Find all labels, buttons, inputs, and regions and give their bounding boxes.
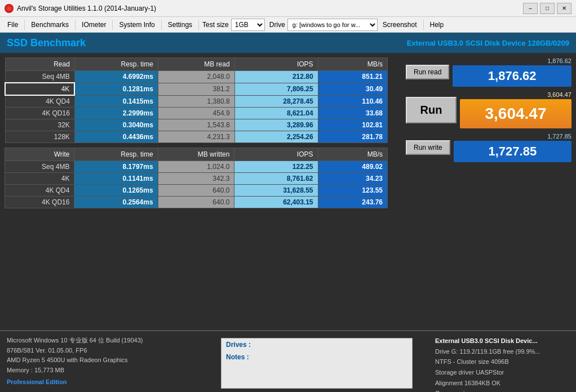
title-bar-title: Anvil's Storage Utilities 1.1.0 (2014-Ja… [17, 5, 156, 12]
notes-box[interactable]: Drives : Notes : [221, 338, 413, 389]
menu-screenshot[interactable]: Screenshot [378, 19, 422, 31]
read-resp-5: 0.4436ms [74, 131, 158, 143]
write-mb-1: 342.3 [158, 173, 234, 185]
app-icon [5, 4, 14, 13]
read-row-0: Seq 4MB 4.6992ms 2,048.0 212.80 851.21 [5, 71, 388, 83]
read-label-0[interactable]: Seq 4MB [5, 71, 74, 83]
run-read-button[interactable]: Run read [406, 65, 449, 79]
total-score-box: 3,604.47 [460, 99, 571, 128]
write-resp-1: 0.1141ms [74, 173, 158, 185]
run-button[interactable]: Run [406, 97, 457, 123]
write-score-small: 1,727.85 [454, 133, 571, 140]
read-iops-2: 28,278.45 [234, 95, 318, 108]
write-row-3: 4K QD16 0.2564ms 640.0 62,403.15 243.76 [5, 197, 388, 208]
ext-line1: Drive G: 119.2/119.1GB free (99.9%... [435, 346, 570, 357]
read-row-2: 4K QD4 0.1415ms 1,380.8 28,278.45 110.46 [5, 95, 388, 108]
col-mbs-write: MB/s [318, 148, 387, 161]
write-mbs-3: 243.76 [318, 197, 387, 208]
total-score-value: 3,604.47 [485, 105, 547, 122]
menu-benchmarks[interactable]: Benchmarks [26, 19, 74, 31]
menu-system-info[interactable]: System Info [114, 19, 159, 31]
write-mbs-1: 34.23 [318, 173, 387, 185]
bottom-bar: Microsoft Windows 10 专业版 64 位 Build (190… [0, 330, 576, 392]
write-row-0: Seq 4MB 8.1797ms 1,024.0 122.25 489.02 [5, 161, 388, 173]
read-mbs-2: 110.46 [318, 95, 387, 108]
test-size-label: Test size [202, 21, 229, 29]
col-iops-write: IOPS [234, 148, 318, 161]
sys-line4: Memory : 15,773 MB [7, 366, 207, 376]
write-iops-2: 31,628.55 [234, 185, 318, 197]
write-score-row: Run write 1,727.85 1,727.85 [406, 133, 571, 162]
drive-select[interactable]: g: [windows to go for w... [287, 19, 378, 31]
drives-label: Drives : [226, 341, 407, 349]
read-iops-5: 2,254.26 [234, 131, 318, 143]
read-mb-0: 2,048.0 [158, 71, 234, 83]
col-mbs-read: MB/s [318, 58, 387, 71]
ext-title: External USB3.0 SCSI Disk Devic... [435, 336, 570, 346]
read-label-2[interactable]: 4K QD4 [5, 95, 74, 108]
write-iops-1: 8,761.62 [234, 173, 318, 185]
ext-line5: Alignment 16384KB OK [435, 378, 570, 389]
read-resp-1: 0.1281ms [74, 83, 158, 95]
bottom-center: Drives : Notes : [214, 331, 429, 392]
total-score-small: 3,604.47 [460, 91, 571, 98]
read-label-3[interactable]: 4K QD16 [5, 108, 74, 119]
bench-table: Read Resp. time MB read IOPS MB/s Seq 4M… [0, 53, 401, 330]
menu-iometer[interactable]: IOmeter [77, 19, 111, 31]
read-label-4[interactable]: 32K [5, 119, 74, 131]
write-resp-3: 0.2564ms [74, 197, 158, 208]
professional-edition-link[interactable]: Professional Edition [7, 377, 207, 387]
read-iops-0: 212.80 [234, 71, 318, 83]
read-mbs-5: 281.78 [318, 131, 387, 143]
write-row-2: 4K QD4 0.1265ms 640.0 31,628.55 123.55 [5, 185, 388, 197]
read-label-1[interactable]: 4K [5, 83, 74, 95]
col-mb-read: MB read [158, 58, 234, 71]
notes-label: Notes : [226, 353, 407, 361]
write-mbs-2: 123.55 [318, 185, 387, 197]
read-mbs-0: 851.21 [318, 71, 387, 83]
write-mb-3: 640.0 [158, 197, 234, 208]
read-mbs-3: 33.68 [318, 108, 387, 119]
read-mbs-1: 30.49 [318, 83, 387, 95]
bottom-right: External USB3.0 SCSI Disk Devic... Drive… [429, 331, 576, 392]
maximize-button[interactable]: □ [540, 3, 555, 14]
read-mbs-4: 102.81 [318, 119, 387, 131]
read-mb-1: 381.2 [158, 83, 234, 95]
read-iops-1: 7,806.25 [234, 83, 318, 95]
read-resp-2: 0.1415ms [74, 95, 158, 108]
write-label-0[interactable]: Seq 4MB [5, 161, 74, 173]
right-panel: Run read 1,876.62 1,876.62 Run 3,604.47 … [401, 53, 576, 330]
title-bar: Anvil's Storage Utilities 1.1.0 (2014-Ja… [0, 0, 576, 17]
ext-line6: Compression... [435, 388, 570, 392]
write-iops-3: 62,403.15 [234, 197, 318, 208]
menu-file[interactable]: File [2, 19, 23, 31]
read-score-box: 1,876.62 [453, 65, 571, 87]
write-label-2[interactable]: 4K QD4 [5, 185, 74, 197]
read-score-row: Run read 1,876.62 1,876.62 [406, 57, 571, 87]
write-resp-0: 8.1797ms [74, 161, 158, 173]
ext-line3: Storage driver UASPStor [435, 367, 570, 378]
read-score-small: 1,876.62 [453, 57, 571, 64]
read-row-5: 128K 0.4436ms 4,231.3 2,254.26 281.78 [5, 131, 388, 143]
menu-settings[interactable]: Settings [163, 19, 197, 31]
read-iops-4: 3,289.96 [234, 119, 318, 131]
col-resp-w: Resp. time [74, 148, 158, 161]
read-row-4: 32K 0.3040ms 1,543.8 3,289.96 102.81 [5, 119, 388, 131]
menu-help[interactable]: Help [425, 19, 449, 31]
read-label-5[interactable]: 128K [5, 131, 74, 143]
run-write-button[interactable]: Run write [406, 140, 450, 155]
write-label-1[interactable]: 4K [5, 173, 74, 185]
write-label-3[interactable]: 4K QD16 [5, 197, 74, 208]
write-table: Write Resp. time MB written IOPS MB/s Se… [5, 148, 388, 208]
test-size-select[interactable]: 1GB 512MB 256MB [231, 19, 265, 31]
read-resp-4: 0.3040ms [74, 119, 158, 131]
write-score-value: 1,727.85 [489, 144, 537, 158]
close-button[interactable]: ✕ [557, 3, 571, 14]
col-mb-written: MB written [158, 148, 234, 161]
read-iops-3: 8,621.04 [234, 108, 318, 119]
col-resp: Resp. time [74, 58, 158, 71]
read-table: Read Resp. time MB read IOPS MB/s Seq 4M… [5, 57, 388, 143]
menu-bar: File Benchmarks IOmeter System Info Sett… [0, 17, 576, 33]
sys-line2: 876B/S81 Ver. 01.05.00, FP6 [7, 346, 207, 356]
minimize-button[interactable]: – [523, 3, 538, 14]
